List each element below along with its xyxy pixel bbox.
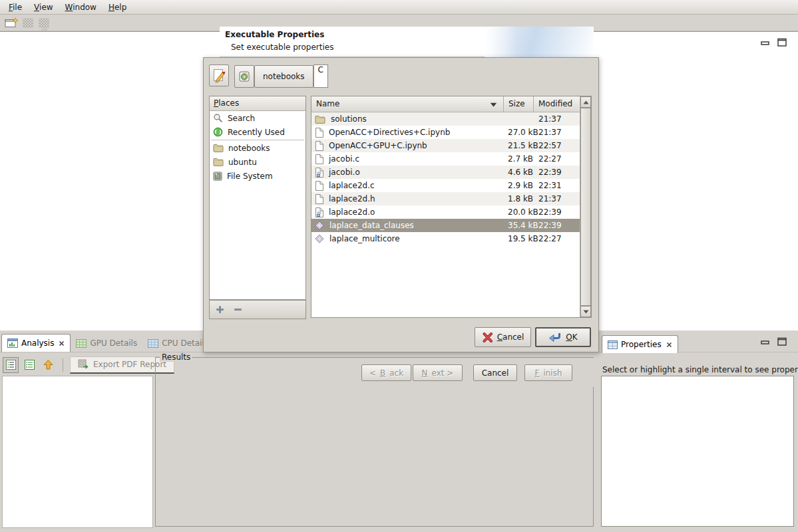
tab-properties-label: Properties [621, 340, 662, 349]
close-icon[interactable] [666, 342, 672, 348]
file-modified: 22:39 [534, 207, 580, 217]
place-recently-used[interactable]: Recently Used [210, 125, 305, 139]
file-row[interactable]: jacobi.c2.7 kB22:27 [311, 152, 580, 166]
document-icon [315, 128, 323, 138]
file-size: 27.0 kB [504, 128, 534, 137]
save-icon [23, 18, 33, 28]
file-row[interactable]: laplace_data_clauses35.4 kB22:39 [311, 219, 580, 232]
tab-properties[interactable]: Properties [602, 335, 678, 353]
path-root-button[interactable] [234, 65, 254, 88]
file-size: 2.7 kB [504, 154, 534, 164]
file-modified: 21:37 [534, 114, 580, 124]
menu-file[interactable]: File [3, 1, 28, 13]
properties-message: Select or highlight a single interval to… [602, 365, 798, 374]
scroll-thumb[interactable] [580, 108, 591, 306]
file-modified: 22:27 [534, 154, 580, 164]
path-notebooks-button[interactable]: notebooks [254, 65, 313, 88]
path-c-button[interactable]: C [313, 65, 328, 88]
new-session-icon[interactable] [5, 17, 19, 29]
place-notebooks[interactable]: notebooks [210, 141, 305, 155]
cancel-x-icon [482, 332, 493, 342]
file-row[interactable]: OpenACC+Directives+C.ipynb27.0 kB21:37 [311, 126, 580, 139]
menu-view[interactable]: View [28, 1, 59, 13]
file-name: laplace2d.c [329, 181, 375, 190]
file-name: laplace_data_clauses [329, 221, 414, 230]
tab-gpu-details[interactable]: GPU Details [71, 334, 142, 352]
document-icon [315, 141, 323, 151]
folder-icon [315, 115, 325, 124]
recent-icon [213, 127, 223, 137]
object-icon [315, 207, 323, 217]
places-actions [209, 300, 306, 319]
file-row[interactable]: laplace2d.h1.8 kB21:37 [311, 192, 580, 205]
file-row[interactable]: OpenACC+GPU+C.ipynb21.5 kB22:57 [311, 139, 580, 152]
menu-window[interactable]: Window [59, 1, 102, 13]
close-icon[interactable] [59, 340, 65, 346]
places-header[interactable]: Places [210, 96, 305, 111]
file-row[interactable]: laplace2d.o20.0 kB22:39 [311, 205, 580, 219]
ok-button[interactable]: OK [535, 327, 591, 347]
ok-label: OK [566, 332, 577, 342]
folder-icon [213, 158, 224, 166]
wizard-back-button[interactable]: < Back [361, 364, 411, 381]
tab-label: CPU Details [162, 338, 208, 348]
path-bar: notebooksC [234, 65, 328, 88]
flat-list-view-button[interactable] [3, 357, 19, 373]
minimize-icon[interactable] [761, 340, 769, 344]
pencil-icon [212, 68, 226, 83]
file-modified: 22:39 [534, 168, 580, 177]
remove-bookmark-button[interactable] [234, 305, 242, 314]
file-name: laplace2d.h [329, 194, 375, 203]
wizard-finish-button[interactable]: Finish [524, 364, 572, 381]
tree-list-view-button[interactable] [21, 357, 37, 373]
properties-icon [608, 340, 618, 349]
place-file-system[interactable]: File System [210, 169, 305, 183]
gpu-details-icon [76, 339, 87, 348]
file-name: jacobi.o [329, 168, 360, 177]
column-header-size[interactable]: Size [504, 96, 534, 112]
file-rows: solutions21:37OpenACC+Directives+C.ipynb… [311, 112, 580, 245]
add-bookmark-button[interactable] [216, 305, 224, 314]
minimize-icon[interactable] [761, 41, 769, 45]
properties-box [601, 376, 794, 527]
scroll-down-icon[interactable] [580, 306, 591, 317]
maximize-icon[interactable] [777, 337, 787, 346]
file-row[interactable]: laplace_multicore19.5 kB22:27 [311, 232, 580, 245]
scrollbar[interactable] [580, 96, 591, 317]
drive-icon [213, 172, 222, 181]
type-filename-button[interactable] [209, 65, 229, 86]
folder-icon [213, 144, 224, 152]
up-arrow-icon[interactable] [40, 357, 56, 373]
analysis-icon [7, 338, 18, 348]
file-chooser-dialog: notebooksC Places SearchRecently Usednot… [203, 57, 599, 352]
ok-arrow-icon [548, 332, 562, 342]
place-ubuntu[interactable]: ubuntu [210, 155, 305, 169]
maximize-icon[interactable] [777, 38, 787, 47]
file-row[interactable]: solutions21:37 [311, 112, 580, 126]
object-icon [315, 168, 323, 178]
results-label: Results [160, 352, 192, 362]
sort-desc-icon [490, 102, 497, 107]
executable-icon [315, 221, 324, 230]
column-header-name[interactable]: Name [311, 96, 504, 112]
column-header-modified[interactable]: Modified [534, 96, 580, 112]
search-icon [213, 113, 223, 123]
file-list-header: Name Size Modified [311, 96, 591, 112]
menu-help[interactable]: Help [102, 1, 132, 13]
wizard-next-button[interactable]: Next > [413, 364, 463, 381]
file-name: laplace_multicore [329, 234, 400, 243]
menubar: FileViewWindowHelp [0, 0, 798, 15]
executable-icon [315, 234, 324, 243]
tab-analysis[interactable]: Analysis [1, 334, 71, 352]
file-row[interactable]: jacobi.o4.6 kB22:39 [311, 166, 580, 179]
place-search[interactable]: Search [210, 111, 305, 125]
file-size: 21.5 kB [504, 141, 534, 150]
scroll-up-icon[interactable] [580, 96, 591, 108]
place-label: ubuntu [228, 158, 257, 167]
file-size: 1.8 kB [504, 194, 534, 203]
file-row[interactable]: laplace2d.c2.9 kB22:31 [311, 179, 580, 192]
wizard-cancel-button[interactable]: Cancel [473, 364, 517, 381]
place-label: Search [228, 114, 255, 123]
cancel-button[interactable]: Cancel [475, 327, 531, 347]
file-size: 35.4 kB [504, 221, 534, 230]
